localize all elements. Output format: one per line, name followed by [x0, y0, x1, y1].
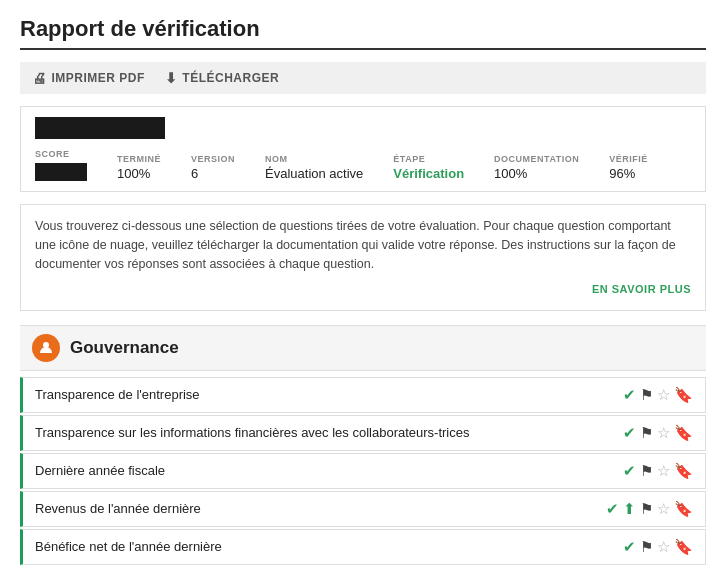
- flag-icon[interactable]: ⚑: [640, 424, 653, 442]
- item-actions: ✔ ⚑ ☆ 🔖: [623, 424, 693, 442]
- meta-score: SCORE: [35, 149, 87, 181]
- bookmark-icon[interactable]: 🔖: [674, 462, 693, 480]
- list-item: Transparence sur les informations financ…: [20, 415, 706, 451]
- score-bar: [35, 163, 87, 181]
- meta-version: VERSION 6: [191, 154, 235, 181]
- learn-more-link[interactable]: EN SAVOIR PLUS: [35, 281, 691, 298]
- item-actions: ✔ ⬆ ⚑ ☆ 🔖: [606, 500, 693, 518]
- section-gouvernance: Gouvernance: [20, 325, 706, 371]
- list-item: Transparence de l'entreprise ✔ ⚑ ☆ 🔖: [20, 377, 706, 413]
- page-title: Rapport de vérification: [20, 16, 706, 50]
- item-actions: ✔ ⚑ ☆ 🔖: [623, 386, 693, 404]
- name-bar: [35, 117, 165, 139]
- info-card: SCORE TERMINÉ 100% VERSION 6 NOM Évaluat…: [20, 106, 706, 192]
- list-item: Bénéfice net de l'année dernière ✔ ⚑ ☆ 🔖: [20, 529, 706, 565]
- star-icon[interactable]: ☆: [657, 538, 670, 556]
- list-item: Revenus de l'année dernière ✔ ⬆ ⚑ ☆ 🔖: [20, 491, 706, 527]
- check-icon[interactable]: ✔: [623, 424, 636, 442]
- check-icon[interactable]: ✔: [606, 500, 619, 518]
- flag-icon[interactable]: ⚑: [640, 462, 653, 480]
- gouvernance-icon: [32, 334, 60, 362]
- bookmark-icon[interactable]: 🔖: [674, 500, 693, 518]
- download-button[interactable]: ⬇ TÉLÉCHARGER: [165, 70, 279, 86]
- meta-termine: TERMINÉ 100%: [117, 154, 161, 181]
- download-icon: ⬇: [165, 70, 178, 86]
- check-icon[interactable]: ✔: [623, 538, 636, 556]
- meta-nom: NOM Évaluation active: [265, 154, 363, 181]
- check-icon[interactable]: ✔: [623, 462, 636, 480]
- star-icon[interactable]: ☆: [657, 424, 670, 442]
- bookmark-icon[interactable]: 🔖: [674, 424, 693, 442]
- toolbar: 🖨 IMPRIMER PDF ⬇ TÉLÉCHARGER: [20, 62, 706, 94]
- item-actions: ✔ ⚑ ☆ 🔖: [623, 538, 693, 556]
- bookmark-icon[interactable]: 🔖: [674, 386, 693, 404]
- flag-icon[interactable]: ⚑: [640, 538, 653, 556]
- description-card: Vous trouverez ci-dessous une sélection …: [20, 204, 706, 311]
- list-item: Dernière année fiscale ✔ ⚑ ☆ 🔖: [20, 453, 706, 489]
- meta-documentation: DOCUMENTATION 100%: [494, 154, 579, 181]
- upload-icon[interactable]: ⬆: [623, 500, 636, 518]
- flag-icon[interactable]: ⚑: [640, 500, 653, 518]
- gouvernance-list: Transparence de l'entreprise ✔ ⚑ ☆ 🔖 Tra…: [20, 377, 706, 566]
- meta-verifie: VÉRIFIÉ 96%: [609, 154, 648, 181]
- star-icon[interactable]: ☆: [657, 500, 670, 518]
- check-icon[interactable]: ✔: [623, 386, 636, 404]
- section-title: Gouvernance: [70, 338, 179, 358]
- print-icon: 🖨: [32, 70, 47, 86]
- star-icon[interactable]: ☆: [657, 386, 670, 404]
- print-pdf-button[interactable]: 🖨 IMPRIMER PDF: [32, 70, 145, 86]
- star-icon[interactable]: ☆: [657, 462, 670, 480]
- flag-icon[interactable]: ⚑: [640, 386, 653, 404]
- item-actions: ✔ ⚑ ☆ 🔖: [623, 462, 693, 480]
- meta-etape: ÉTAPE Vérification: [393, 154, 464, 181]
- page-container: Rapport de vérification 🖨 IMPRIMER PDF ⬇…: [0, 0, 726, 566]
- bookmark-icon[interactable]: 🔖: [674, 538, 693, 556]
- meta-row: SCORE TERMINÉ 100% VERSION 6 NOM Évaluat…: [35, 149, 691, 181]
